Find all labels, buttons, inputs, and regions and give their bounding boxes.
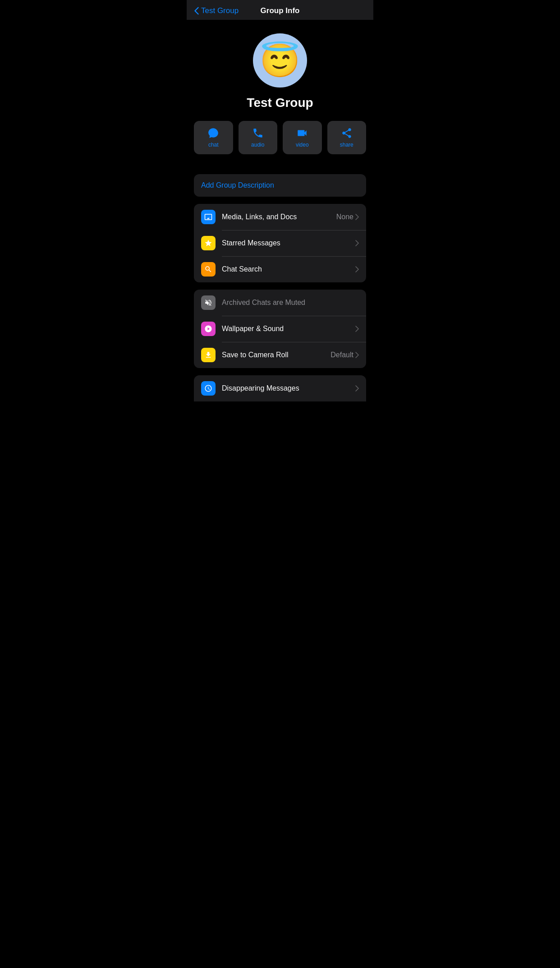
media-section: Media, Links, and Docs None Starred Mess… — [194, 204, 366, 282]
share-icon — [341, 127, 353, 139]
add-description-row[interactable]: Add Group Description — [194, 174, 366, 197]
share-label: share — [340, 142, 353, 148]
muted-icon-container — [201, 295, 216, 310]
description-section: Add Group Description — [194, 174, 366, 197]
save-camera-roll-row[interactable]: Save to Camera Roll Default — [194, 342, 366, 368]
muted-icon — [204, 299, 212, 307]
chevron-right-icon — [355, 326, 359, 332]
share-button[interactable]: share — [327, 121, 367, 154]
video-label: video — [296, 142, 309, 148]
video-icon — [296, 127, 308, 139]
disappearing-messages-row[interactable]: Disappearing Messages — [194, 375, 366, 401]
audio-label: audio — [251, 142, 264, 148]
back-label: Test Group — [201, 6, 239, 15]
chevron-right-icon — [355, 240, 359, 246]
chevron-right-icon — [355, 352, 359, 358]
camera-roll-right: Default — [330, 351, 359, 359]
star-icon — [204, 239, 212, 247]
media-icon-container — [201, 210, 216, 224]
wallpaper-right — [355, 326, 359, 332]
wallpaper-sound-row[interactable]: Wallpaper & Sound — [194, 316, 366, 342]
chat-label: chat — [208, 142, 219, 148]
starred-icon-container — [201, 236, 216, 250]
navigation-header: Test Group Group Info — [187, 0, 373, 20]
chevron-right-icon — [355, 266, 359, 272]
archived-muted-label: Archived Chats are Muted — [222, 299, 359, 307]
media-right: None — [336, 213, 359, 221]
audio-icon — [252, 127, 264, 139]
disappearing-messages-label: Disappearing Messages — [222, 384, 355, 392]
media-links-docs-label: Media, Links, and Docs — [222, 213, 336, 221]
camera-roll-right-text: Default — [330, 351, 353, 359]
chat-search-label: Chat Search — [222, 265, 355, 273]
wallpaper-icon-container — [201, 322, 216, 336]
chat-search-row[interactable]: Chat Search — [194, 256, 366, 282]
starred-messages-label: Starred Messages — [222, 239, 355, 247]
disappearing-icon-container — [201, 381, 216, 396]
settings-section: Archived Chats are Muted Wallpaper & Sou… — [194, 290, 366, 368]
wallpaper-icon — [204, 325, 212, 333]
page-title: Group Info — [261, 6, 300, 15]
camera-roll-icon-container — [201, 348, 216, 362]
back-button[interactable]: Test Group — [194, 6, 239, 15]
save-icon — [204, 351, 212, 359]
group-avatar[interactable]: 😇 — [253, 33, 307, 88]
search-right — [355, 266, 359, 272]
avatar-emoji: 😇 — [260, 41, 300, 80]
add-description-text: Add Group Description — [201, 181, 274, 189]
wallpaper-sound-label: Wallpaper & Sound — [222, 325, 355, 333]
profile-section: 😇 Test Group chat audio video — [187, 20, 373, 174]
chat-button[interactable]: chat — [194, 121, 233, 154]
group-name: Test Group — [247, 96, 313, 110]
starred-messages-row[interactable]: Starred Messages — [194, 230, 366, 256]
starred-right — [355, 240, 359, 246]
media-right-text: None — [336, 213, 353, 221]
bottom-partial-section: Disappearing Messages — [194, 375, 366, 401]
chevron-right-icon — [355, 214, 359, 220]
chevron-right-icon — [355, 385, 359, 392]
disappearing-right — [355, 385, 359, 392]
save-camera-roll-label: Save to Camera Roll — [222, 351, 330, 359]
chat-icon — [207, 127, 219, 139]
archived-muted-row: Archived Chats are Muted — [194, 290, 366, 316]
video-button[interactable]: video — [283, 121, 322, 154]
action-buttons-row: chat audio video share — [194, 121, 366, 154]
search-icon-container — [201, 262, 216, 277]
media-links-docs-row[interactable]: Media, Links, and Docs None — [194, 204, 366, 230]
search-icon — [204, 265, 212, 273]
audio-button[interactable]: audio — [239, 121, 278, 154]
disappearing-icon — [204, 384, 212, 392]
media-icon — [204, 213, 212, 221]
